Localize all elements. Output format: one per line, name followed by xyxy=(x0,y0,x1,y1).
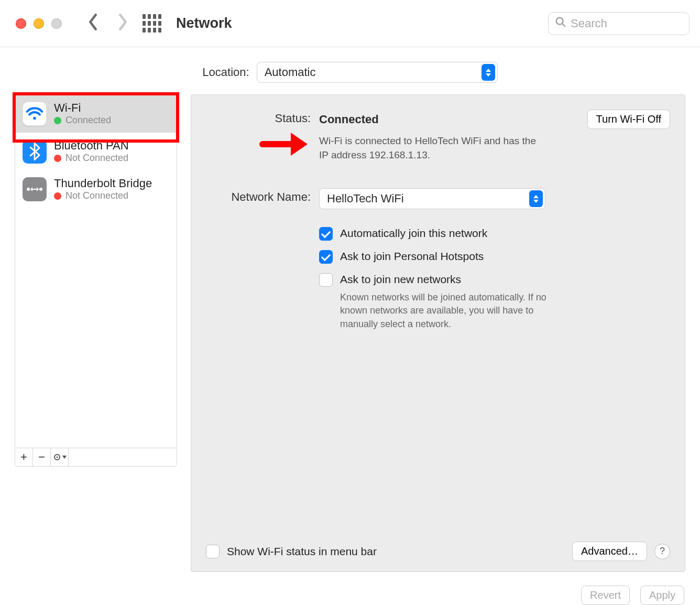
service-status: Connected xyxy=(65,115,111,126)
ask-new-networks-checkbox[interactable] xyxy=(319,273,333,287)
close-window-button[interactable] xyxy=(16,18,26,29)
auto-join-checkbox[interactable] xyxy=(319,227,333,241)
status-dot-icon xyxy=(54,117,61,124)
svg-marker-8 xyxy=(62,456,67,459)
forward-button[interactable] xyxy=(117,14,128,33)
service-list: Wi-Fi Connected Bluetooth PAN xyxy=(15,94,177,467)
wifi-icon xyxy=(23,102,47,126)
add-service-button[interactable]: + xyxy=(15,448,33,466)
service-actions-menu-button[interactable] xyxy=(51,448,69,466)
window-controls xyxy=(16,18,62,29)
search-field xyxy=(548,12,690,35)
svg-line-1 xyxy=(562,24,565,27)
status-dot-icon xyxy=(54,192,61,200)
service-status: Not Connected xyxy=(65,153,128,164)
minimize-window-button[interactable] xyxy=(34,18,44,29)
location-dropdown[interactable]: Automatic xyxy=(257,62,498,83)
zoom-window-button[interactable] xyxy=(51,18,62,29)
status-description: Wi-Fi is connected to HelloTech WiFi and… xyxy=(319,134,544,162)
status-dot-icon xyxy=(54,155,61,162)
svg-point-3 xyxy=(27,188,30,191)
show-all-preferences-button[interactable] xyxy=(143,14,161,33)
revert-button[interactable]: Revert xyxy=(581,586,630,605)
advanced-button[interactable]: Advanced… xyxy=(572,542,647,561)
service-name: Thunderbolt Bridge xyxy=(54,177,152,190)
toolbar: Network xyxy=(0,0,700,47)
footer-buttons: Revert Apply xyxy=(0,572,700,605)
service-item-wifi[interactable]: Wi-Fi Connected xyxy=(15,95,177,133)
network-name-value: HelloTech WiFi xyxy=(327,192,404,206)
network-name-label: Network Name: xyxy=(206,188,311,340)
service-actions-spacer xyxy=(69,448,177,466)
service-name: Bluetooth PAN xyxy=(54,139,129,153)
svg-marker-10 xyxy=(291,133,308,156)
back-button[interactable] xyxy=(88,14,99,33)
svg-point-7 xyxy=(56,457,58,458)
service-status: Not Connected xyxy=(65,190,128,202)
service-name: Wi-Fi xyxy=(54,101,111,115)
thunderbolt-bridge-icon xyxy=(23,177,47,201)
status-value: Connected xyxy=(319,113,379,126)
remove-service-button[interactable]: − xyxy=(33,448,51,466)
window-title: Network xyxy=(176,15,232,31)
location-label: Location: xyxy=(202,66,249,79)
search-input[interactable] xyxy=(571,17,683,30)
service-item-thunderbolt-bridge[interactable]: Thunderbolt Bridge Not Connected xyxy=(15,170,177,208)
show-in-menubar-checkbox[interactable] xyxy=(206,545,220,558)
help-button[interactable]: ? xyxy=(654,544,670,559)
ask-new-networks-label: Ask to join new networks xyxy=(340,273,550,286)
annotation-arrow-icon xyxy=(259,127,308,164)
auto-join-label: Automatically join this network xyxy=(340,227,487,240)
service-item-bluetooth-pan[interactable]: Bluetooth PAN Not Connected xyxy=(15,133,177,170)
dropdown-chevrons-icon xyxy=(482,64,495,81)
bluetooth-icon xyxy=(23,139,47,164)
detail-pane: Status: Connected Turn Wi-Fi Off Wi-Fi i… xyxy=(191,94,685,572)
apply-button[interactable]: Apply xyxy=(640,586,684,605)
search-icon xyxy=(555,16,566,30)
wifi-toggle-button[interactable]: Turn Wi-Fi Off xyxy=(587,110,670,129)
location-row: Location: Automatic xyxy=(0,47,700,94)
ask-hotspots-label: Ask to join Personal Hotspots xyxy=(340,250,484,263)
network-preferences-window: Network Location: Automatic xyxy=(0,0,700,605)
svg-point-2 xyxy=(33,117,36,120)
network-name-dropdown[interactable]: HelloTech WiFi xyxy=(319,188,545,209)
ask-new-networks-description: Known networks will be joined automatica… xyxy=(340,291,550,331)
show-in-menubar-label: Show Wi-Fi status in menu bar xyxy=(227,545,565,558)
ask-hotspots-checkbox[interactable] xyxy=(319,250,333,264)
location-value: Automatic xyxy=(265,66,316,79)
svg-point-4 xyxy=(39,188,42,191)
dropdown-chevrons-icon xyxy=(529,190,543,207)
service-list-actions: + − xyxy=(15,448,177,466)
